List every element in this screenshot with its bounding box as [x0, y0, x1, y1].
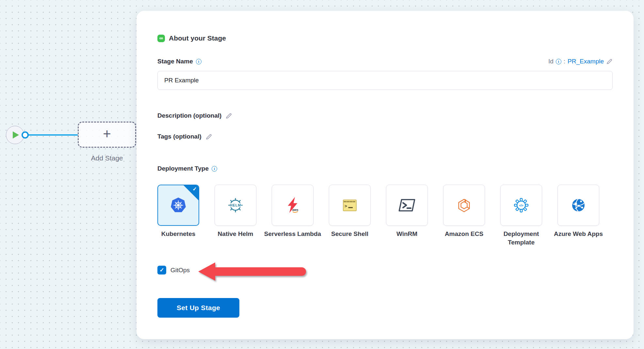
deployment-type-label: Deployment Type	[157, 165, 209, 172]
gitops-label[interactable]: GitOps	[170, 267, 190, 274]
gitops-checkbox[interactable]: ✓	[157, 266, 166, 274]
add-stage-button[interactable]: +	[78, 122, 136, 148]
panel-title: About your Stage	[169, 34, 226, 42]
tags-label: Tags (optional)	[157, 133, 201, 140]
deployment-type-kubernetes[interactable]: ✓ Kubernetes	[157, 185, 199, 247]
deployment-type-info-icon[interactable]: i	[212, 166, 217, 172]
node-connector-handle[interactable]	[22, 131, 29, 139]
stage-name-label: Stage Name	[157, 58, 193, 65]
deployment-type-winrm[interactable]: WinRM	[386, 185, 428, 247]
add-stage-label: Add Stage	[78, 154, 136, 162]
deployment-template-icon: </>	[512, 196, 531, 215]
arrow-head	[198, 262, 215, 281]
set-up-stage-button[interactable]: Set Up Stage	[157, 298, 239, 318]
stage-name-info-icon[interactable]: i	[196, 59, 201, 64]
deployment-type-cards: ✓ Kubernetes HELM Nat	[157, 185, 613, 247]
plus-icon: +	[103, 127, 111, 141]
arrow-shaft	[215, 267, 306, 276]
helm-icon: HELM	[226, 196, 245, 215]
play-icon	[13, 131, 19, 139]
svg-text:aws: aws	[292, 208, 298, 211]
amazon-ecs-icon	[455, 196, 474, 215]
checkbox-check-icon: ✓	[159, 267, 164, 274]
kubernetes-icon	[169, 196, 188, 215]
deployment-type-azure-web-apps[interactable]: Azure Web Apps	[557, 185, 599, 247]
stage-id-value: PR_Example	[568, 58, 604, 65]
panel-header: ∞ About your Stage	[157, 34, 613, 43]
pipeline-edge	[28, 134, 78, 136]
id-separator: :	[564, 58, 565, 65]
stage-name-input[interactable]	[157, 71, 613, 90]
deployment-type-amazon-ecs[interactable]: Amazon ECS	[443, 185, 485, 247]
cd-module-icon: ∞	[157, 35, 165, 42]
deployment-type-native-helm[interactable]: HELM Native Helm	[215, 185, 256, 247]
serverless-lambda-icon: aws	[283, 196, 302, 215]
gitops-annotation-arrow	[198, 262, 306, 281]
secure-shell-icon: >	[340, 196, 359, 215]
deployment-type-deployment-template[interactable]: </> Deployment Template	[500, 185, 542, 247]
winrm-icon	[397, 196, 416, 215]
deployment-type-secure-shell[interactable]: > Secure Shell	[329, 185, 371, 247]
id-info-icon[interactable]: i	[556, 59, 561, 64]
svg-text:>: >	[345, 204, 347, 209]
deployment-type-serverless-lambda[interactable]: aws Serverless Lambda	[272, 185, 314, 247]
svg-text:HELM: HELM	[230, 203, 241, 207]
edit-id-pencil-icon[interactable]	[606, 58, 613, 65]
about-stage-panel: ∞ About your Stage Stage Name i Id i : P…	[137, 11, 634, 339]
svg-text:</>: </>	[519, 204, 523, 207]
edit-tags-pencil-icon[interactable]	[205, 133, 212, 140]
description-label: Description (optional)	[157, 112, 221, 119]
azure-web-apps-icon	[569, 196, 588, 215]
id-label: Id	[548, 58, 554, 65]
edit-description-pencil-icon[interactable]	[225, 112, 232, 119]
